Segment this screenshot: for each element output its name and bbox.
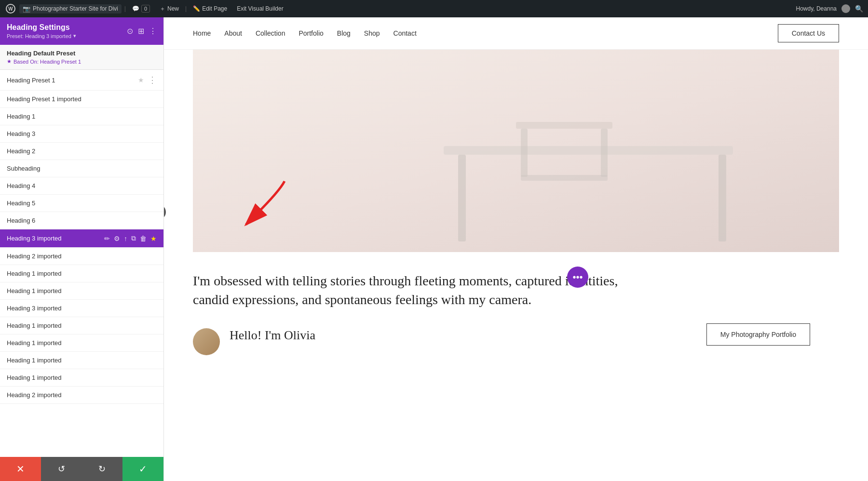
preset-item-heading-1-imported-2[interactable]: Heading 1 imported <box>0 282 163 300</box>
svg-rect-6 <box>521 129 528 177</box>
preset-heading-preset-1-label: Heading Preset 1 <box>7 77 138 84</box>
nav-home[interactable]: Home <box>193 29 211 37</box>
preset-heading-5-label: Heading 5 <box>7 200 157 207</box>
grid-icon[interactable]: ⊞ <box>138 27 144 36</box>
preview-body: ⇔ <box>164 50 868 374</box>
preset-item-heading-1-imported-6[interactable]: Heading 1 imported <box>0 369 163 387</box>
based-on-text: ★ Based On: Heading Preset 1 <box>7 58 157 65</box>
hero-svg <box>193 50 839 252</box>
preset-item-heading-2-imported-2[interactable]: Heading 2 imported <box>0 387 163 404</box>
preset-item-heading-3[interactable]: Heading 3 <box>0 125 163 143</box>
preset-item-heading-1-imported-5[interactable]: Heading 1 imported <box>0 352 163 369</box>
nav-contact[interactable]: Contact <box>393 29 417 37</box>
nav-portfolio[interactable]: Portfolio <box>298 29 323 37</box>
nav-shop[interactable]: Shop <box>364 29 380 37</box>
close-button[interactable]: ✕ <box>0 457 41 481</box>
comment-button[interactable]: 💬 0 <box>129 3 153 14</box>
save-button[interactable]: ✓ <box>122 457 163 481</box>
svg-rect-4 <box>719 155 726 241</box>
trash-icon[interactable]: 🗑 <box>140 235 147 242</box>
search-icon[interactable]: 🔍 <box>855 5 863 13</box>
preset-heading-1-imported-1-label: Heading 1 imported <box>7 270 157 277</box>
preset-item-heading-1[interactable]: Heading 1 <box>0 108 163 125</box>
preset-item-heading-4[interactable]: Heading 4 <box>0 177 163 195</box>
nav-links: Home About Collection Portfolio Blog Sho… <box>193 29 417 37</box>
undo-icon: ↺ <box>58 464 65 474</box>
preset-item-heading-2-imported-1[interactable]: Heading 2 imported <box>0 248 163 265</box>
settings-gear-icon[interactable]: ⚙ <box>114 235 120 242</box>
hero-image-area <box>193 50 839 252</box>
preset-item-heading-1-imported-3[interactable]: Heading 1 imported <box>0 317 163 334</box>
portfolio-button[interactable]: My Photography Portfolio <box>706 323 810 346</box>
plus-icon: ＋ <box>160 5 165 13</box>
preset-item-heading-3-imported-active[interactable]: Heading 3 imported ✏ ⚙ ↑ ⧉ 🗑 ★ <box>0 229 163 248</box>
preset-item-heading-3-imported-2[interactable]: Heading 3 imported <box>0 300 163 317</box>
star-favorite-icon[interactable]: ★ <box>150 235 157 242</box>
preset-heading-3-imported-2-label: Heading 3 imported <box>7 305 157 312</box>
svg-rect-2 <box>444 146 733 155</box>
site-name-badge[interactable]: 📷 Photographer Starter Site for Divi <box>19 4 122 13</box>
preset-heading-2-imported-1-label: Heading 2 imported <box>7 253 157 260</box>
drag-handle[interactable]: ⇔ <box>164 204 166 220</box>
admin-bar: W 📷 Photographer Starter Site for Divi |… <box>0 0 868 17</box>
preset-item-heading-2[interactable]: Heading 2 <box>0 143 163 160</box>
preset-heading-1-imported-6-label: Heading 1 imported <box>7 374 157 381</box>
new-button[interactable]: ＋ New <box>156 3 182 14</box>
svg-rect-5 <box>516 122 612 129</box>
preset-heading-6-label: Heading 6 <box>7 217 157 224</box>
dots-menu-icon[interactable]: ⋮ <box>148 75 157 85</box>
default-preset-section: Heading Default Preset ★ Based On: Headi… <box>0 45 163 70</box>
upload-icon[interactable]: ↑ <box>124 235 127 242</box>
sidebar-panel: Heading Settings Preset: Heading 3 impor… <box>0 17 164 481</box>
nav-collection[interactable]: Collection <box>256 29 285 37</box>
admin-bar-left: W 📷 Photographer Starter Site for Divi |… <box>5 3 287 14</box>
preset-item-heading-6[interactable]: Heading 6 <box>0 212 163 229</box>
exit-visual-builder-button[interactable]: Exit Visual Builder <box>233 4 287 13</box>
undo-button[interactable]: ↺ <box>41 457 82 481</box>
howdy-text: Howdy, Deanna <box>796 5 837 12</box>
preset-item-heading-5[interactable]: Heading 5 <box>0 195 163 212</box>
panel-preset-subtitle[interactable]: Preset: Heading 3 imported ▾ <box>7 33 76 39</box>
edit-page-button[interactable]: ✏️ Edit Page <box>190 4 231 13</box>
redo-button[interactable]: ↻ <box>82 457 123 481</box>
website-preview: Home About Collection Portfolio Blog Sho… <box>164 17 868 481</box>
duplicate-icon[interactable]: ⧉ <box>131 234 136 242</box>
preset-heading-4-label: Heading 4 <box>7 182 157 189</box>
preset-list[interactable]: Heading Preset 1 ★ ⋮ Heading Preset 1 im… <box>0 70 163 457</box>
nav-about[interactable]: About <box>224 29 242 37</box>
preset-item-heading-1-imported-1[interactable]: Heading 1 imported <box>0 265 163 282</box>
star-icon: ★ <box>7 58 12 65</box>
main-area: Heading Settings Preset: Heading 3 impor… <box>0 17 868 481</box>
preset-heading-3-label: Heading 3 <box>7 130 157 137</box>
check-icon: ✓ <box>139 463 147 475</box>
site-name-label: Photographer Starter Site for Divi <box>33 5 118 12</box>
comment-icon: 💬 <box>132 5 139 12</box>
preset-heading-preset-1-imported-label: Heading Preset 1 imported <box>7 95 157 103</box>
preset-item-heading-preset-1[interactable]: Heading Preset 1 ★ ⋮ <box>0 70 163 91</box>
comment-count: 0 <box>141 5 150 13</box>
photographer-icon: 📷 <box>23 5 30 13</box>
preset-item-heading-1-imported-4[interactable]: Heading 1 imported <box>0 334 163 352</box>
bottom-toolbar: ✕ ↺ ↻ ✓ <box>0 457 163 481</box>
more-options-icon[interactable]: ⋮ <box>149 27 157 36</box>
panel-title: Heading Settings <box>7 23 76 32</box>
close-icon: ✕ <box>16 463 25 475</box>
star-icon[interactable]: ★ <box>138 76 144 84</box>
settings-icon[interactable]: ⊙ <box>127 27 133 36</box>
preset-heading-1-imported-5-label: Heading 1 imported <box>7 357 157 364</box>
preset-subheading-label: Subheading <box>7 165 157 172</box>
svg-rect-7 <box>601 129 608 177</box>
redo-icon: ↻ <box>98 464 106 474</box>
pencil-edit-icon[interactable]: ✏ <box>104 235 110 242</box>
svg-rect-3 <box>458 155 466 241</box>
panel-header-icons: ⊙ ⊞ ⋮ <box>127 27 157 36</box>
preset-actions-bar: ✏ ⚙ ↑ ⧉ 🗑 ★ <box>104 234 157 242</box>
pencil-icon: ✏️ <box>193 5 200 12</box>
preset-item-heading-preset-1-imported[interactable]: Heading Preset 1 imported <box>0 91 163 108</box>
quote-text: I'm obsessed with telling stories throug… <box>193 271 627 309</box>
nav-blog[interactable]: Blog <box>337 29 351 37</box>
preset-item-subheading[interactable]: Subheading <box>0 160 163 177</box>
user-avatar <box>841 4 850 13</box>
contact-us-button[interactable]: Contact Us <box>778 24 839 42</box>
panel-header-info: Heading Settings Preset: Heading 3 impor… <box>7 23 76 39</box>
